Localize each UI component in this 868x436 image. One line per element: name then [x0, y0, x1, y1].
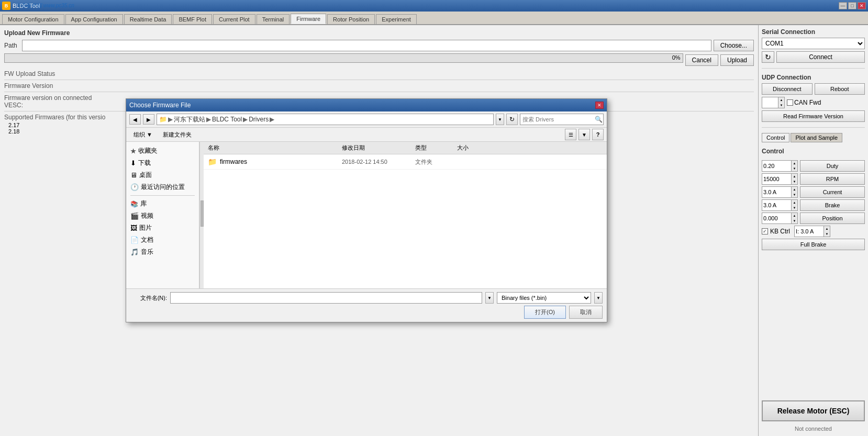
watermark: 河东软件园 www.pc35.cn: [16, 2, 74, 9]
tab-terminal[interactable]: Terminal: [257, 14, 290, 24]
back-button[interactable]: ◀: [129, 114, 141, 125]
kb-current-spinner: ▲ ▼: [824, 226, 830, 237]
current-up-button[interactable]: ▲: [791, 187, 797, 192]
brake-up-button[interactable]: ▲: [791, 200, 797, 205]
can-fwd-checkbox[interactable]: [787, 99, 793, 106]
col-size-header[interactable]: 大小: [455, 143, 497, 153]
disconnect-button[interactable]: Disconnect: [762, 83, 813, 95]
filename-input[interactable]: [170, 292, 482, 304]
tab-experiment[interactable]: Experiment: [376, 14, 417, 24]
rpm-input[interactable]: [762, 174, 791, 184]
brake-input-wrap: ▲ ▼: [762, 199, 798, 211]
tab-app-configuration[interactable]: App Configuration: [65, 14, 123, 24]
rpm-button[interactable]: RPM: [800, 173, 865, 185]
udp-row: Disconnect Reboot: [762, 83, 865, 95]
open-button[interactable]: 打开(O): [524, 306, 566, 319]
tab-firmware[interactable]: Firmware: [291, 14, 326, 24]
title-bar-left: B BLDC Tool 河东软件园 www.pc35.cn: [2, 2, 40, 10]
tab-rotor-position[interactable]: Rotor Position: [327, 14, 375, 24]
breadcrumb-item-3[interactable]: Drivers: [249, 116, 269, 123]
brake-down-button[interactable]: ▼: [791, 205, 797, 210]
filename-dropdown-button[interactable]: ▼: [485, 292, 494, 304]
position-input[interactable]: [762, 213, 791, 223]
view-list-button[interactable]: ☰: [565, 129, 576, 140]
brake-button[interactable]: Brake: [800, 199, 865, 211]
tab-control[interactable]: Control: [762, 133, 789, 142]
sidebar-item-downloads[interactable]: ⬇ 下载: [126, 157, 199, 169]
control-grid: ▲ ▼ Duty ▲ ▼ RPM: [762, 160, 865, 250]
col-type-header[interactable]: 类型: [413, 143, 455, 153]
recent-icon: 🕐: [130, 183, 139, 191]
tab-bemf-plot[interactable]: BEMF Plot: [173, 14, 212, 24]
breadcrumb-item-1[interactable]: 河东下载站: [174, 115, 205, 124]
tab-current-plot[interactable]: Current Plot: [213, 14, 255, 24]
fw-version-input[interactable]: 0: [762, 97, 778, 108]
sidebar-scrollbar[interactable]: [199, 142, 204, 288]
serial-refresh-button[interactable]: ↻: [762, 51, 774, 63]
current-down-button[interactable]: ▼: [791, 192, 797, 197]
window-controls: — □ ✕: [839, 2, 866, 9]
col-name-header[interactable]: 名称: [204, 143, 340, 153]
sidebar-item-recent[interactable]: 🕐 最近访问的位置: [126, 181, 199, 193]
kb-current-down-button[interactable]: ▼: [824, 231, 830, 237]
view-details-button[interactable]: ▼: [578, 129, 590, 140]
breadcrumb-item-2[interactable]: BLDC Tool: [212, 116, 242, 123]
fw-version-up-button[interactable]: ▲: [778, 97, 784, 103]
rpm-up-button[interactable]: ▲: [791, 174, 797, 179]
download-icon: ⬇: [130, 159, 136, 167]
brake-input[interactable]: [762, 200, 791, 210]
favorites-star-icon: ★: [130, 148, 136, 155]
read-firmware-version-button[interactable]: Read Firmware Version: [762, 110, 865, 122]
refresh-nav-button[interactable]: ↻: [506, 114, 518, 125]
sidebar-item-pictures[interactable]: 🖼 图片: [126, 222, 199, 234]
filetype-dropdown-button[interactable]: ▼: [594, 292, 603, 304]
full-brake-button[interactable]: Full Brake: [762, 239, 865, 250]
file-size-firmwares: [455, 161, 497, 163]
breadcrumb-dropdown-arrow[interactable]: ▼: [496, 114, 504, 125]
search-input[interactable]: [522, 116, 595, 122]
filetype-select[interactable]: Binary files (*.bin): [497, 292, 591, 304]
dialog-close-button[interactable]: ✕: [595, 102, 604, 109]
forward-button[interactable]: ▶: [143, 114, 154, 125]
position-down-button[interactable]: ▼: [791, 218, 797, 223]
sidebar-header-library: 📚 库: [126, 198, 199, 210]
dialog-overlay: Choose Firmware File ✕ ◀ ▶ 📁 ▶ 河东下载站 ▶ B…: [0, 25, 758, 436]
com-select[interactable]: COM1: [762, 38, 865, 49]
duty-up-button[interactable]: ▲: [791, 161, 797, 166]
position-button[interactable]: Position: [800, 213, 865, 224]
connect-button[interactable]: Connect: [776, 51, 865, 63]
minimize-button[interactable]: —: [839, 2, 847, 9]
current-button[interactable]: Current: [800, 186, 865, 198]
duty-down-button[interactable]: ▼: [791, 166, 797, 171]
maximize-button[interactable]: □: [848, 2, 856, 9]
file-row-firmwares[interactable]: 📁 firmwares 2018-02-12 14:50 文件夹: [204, 154, 607, 170]
kb-current-up-button[interactable]: ▲: [824, 226, 830, 231]
sidebar-item-desktop[interactable]: 🖥 桌面: [126, 169, 199, 181]
sidebar-item-documents[interactable]: 📄 文档: [126, 234, 199, 246]
duty-button[interactable]: Duty: [800, 160, 865, 172]
tab-plot-and-sample[interactable]: Plot and Sample: [791, 133, 842, 142]
scrollbar-thumb[interactable]: [201, 200, 204, 227]
col-date-header[interactable]: 修改日期: [340, 143, 413, 153]
tab-motor-configuration[interactable]: Motor Configuration: [2, 14, 64, 24]
kb-ctrl-checkbox[interactable]: [762, 228, 768, 234]
new-folder-button[interactable]: 新建文件夹: [159, 129, 196, 140]
current-input[interactable]: [762, 187, 791, 197]
close-button[interactable]: ✕: [858, 2, 866, 9]
help-button[interactable]: ?: [592, 129, 604, 140]
release-motor-button[interactable]: Release Motor (ESC): [762, 400, 865, 421]
sidebar-item-video[interactable]: 🎬 视频: [126, 210, 199, 222]
rpm-down-button[interactable]: ▼: [791, 179, 797, 184]
sidebar-item-music[interactable]: 🎵 音乐: [126, 246, 199, 258]
tab-realtime-data[interactable]: Realtime Data: [124, 14, 172, 24]
dialog-action-buttons: 打开(O) 取消: [130, 306, 603, 319]
position-up-button[interactable]: ▲: [791, 213, 797, 218]
reboot-button[interactable]: Reboot: [815, 83, 865, 95]
dialog-cancel-button[interactable]: 取消: [569, 306, 603, 319]
kb-current-input[interactable]: [795, 226, 824, 237]
fw-version-down-button[interactable]: ▼: [778, 103, 784, 108]
dialog-toolbar: ◀ ▶ 📁 ▶ 河东下载站 ▶ BLDC Tool ▶ Drivers ▶: [126, 111, 607, 128]
duty-input[interactable]: [762, 161, 791, 171]
app-icon: B: [2, 2, 10, 10]
organize-button[interactable]: 组织 ▼: [129, 129, 157, 140]
